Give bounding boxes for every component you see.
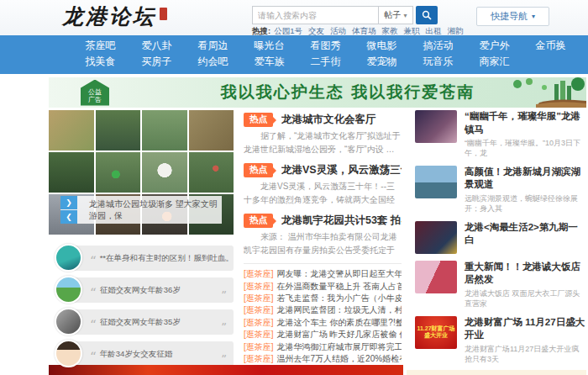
carousel-photo[interactable]	[96, 152, 141, 193]
hot-term[interactable]: 交友	[308, 26, 324, 35]
list-item[interactable]: [逛茶座]龙港这个车主 你的素质在哪里?!整条街被堵	[244, 317, 402, 329]
article-title[interactable]: 龙港凯宇花园共计53套 拍卖公告	[281, 214, 402, 228]
nav-item[interactable]: 找美食	[72, 54, 129, 70]
psa-tag-line1: 公益	[81, 88, 109, 96]
nav-item[interactable]: 看图秀	[297, 38, 354, 54]
summary-text: 据了解，“龙港城市文化客厅”拟选址于龙港世纪新城湿地公园旁，“客厅”内设 …	[244, 131, 401, 154]
list-item[interactable]: “征婚交友网女年龄36岁”	[49, 277, 234, 303]
forum-badge: [逛茶座]	[244, 293, 274, 304]
nav-item[interactable]: 爱宠物	[354, 54, 410, 70]
search-type-select[interactable]: 帖子 ▾	[378, 6, 413, 24]
hot-term[interactable]: 活动	[330, 26, 346, 35]
quote-text: 征婚交友网女年龄35岁	[100, 317, 181, 328]
psa-banner[interactable]: 公益 广告 我以我心护生态 我以我行爱苍南	[49, 77, 586, 108]
site-logo-text: 龙港论坛	[62, 3, 156, 30]
nav-item[interactable]: 商家汇	[466, 54, 522, 70]
hot-term[interactable]: 公园1号	[274, 26, 302, 35]
news-item[interactable]: 龙港<淘最生活2>第九期一白	[415, 221, 586, 254]
bottom-ad-banner[interactable]	[49, 365, 403, 375]
nav-item[interactable]: 爱户外	[466, 38, 522, 54]
forum-badge: [逛茶座]	[244, 281, 274, 293]
avatar	[55, 340, 82, 367]
article-title[interactable]: 龙港城市文化会客厅	[281, 113, 376, 127]
quote-bubble: “年龄34岁女交友征婚”	[68, 341, 234, 367]
nav-item[interactable]: 微电影	[354, 38, 410, 54]
site-logo[interactable]: 龙港论坛	[62, 3, 167, 30]
nav-item[interactable]: 约会吧	[185, 54, 241, 70]
carousel-prev-button[interactable]: ❮	[60, 210, 77, 224]
hot-term[interactable]: 兼职	[403, 26, 419, 35]
news-title: 重大新闻！！龙港诚大饭店居然发	[465, 261, 586, 287]
photo-carousel: 龙港城市公园垃圾渐多 望大家文明游园，保 ❯ ❮	[49, 110, 234, 235]
news-item[interactable]: 高颜值！龙港新城月湖滨湖景观道 远眺滨湖景观道，蜿蜒绿径徐徐展开；身入其	[415, 166, 586, 214]
list-item[interactable]: [逛茶座]网友曝：龙港交警从即日起至大年十五，年终	[244, 268, 402, 280]
search-input[interactable]	[252, 6, 378, 24]
hot-term[interactable]: 家教	[381, 26, 397, 35]
search-button[interactable]	[416, 6, 438, 24]
list-item[interactable]: [逛茶座]龙港网民监督团：垃圾无人清，村民很烦心	[244, 304, 402, 316]
left-column: 龙港城市公园垃圾渐多 望大家文明游园，保 ❯ ❮ “**在单身和有主时的区别！服…	[49, 110, 234, 375]
topic-title: 温州去年7万人结婚，近20%婚检有健康问题	[277, 353, 402, 365]
nav-item[interactable]: 爱八卦	[129, 38, 185, 54]
article-title[interactable]: 龙港VS灵溪，风云激荡三十年！	[281, 163, 402, 177]
carousel-photo[interactable]	[142, 110, 187, 151]
nav-item[interactable]: 曝光台	[241, 38, 297, 54]
quick-nav-button[interactable]: 快捷导航 ▾	[476, 7, 549, 26]
news-item[interactable]: 11.27财富广场 盛大开业 龙港财富广场 11月27日盛大开业 龙港财富广场1…	[415, 316, 586, 365]
list-item[interactable]: [逛茶座]若飞走监督：我为小广告（小牛皮癣）说不	[244, 293, 402, 304]
hot-term[interactable]: 体育场	[352, 26, 376, 35]
topic-title: 龙港这个车主 你的素质在哪里?!整条街被堵	[277, 317, 402, 329]
middle-column: 热点 龙港城市文化会客厅 据了解，“龙港城市文化客厅”拟选址于龙港世纪新城湿地公…	[234, 110, 407, 375]
news-item[interactable]: “幽幽千年，璀璨华服”龙港镇马 “幽幽千年，璀璨华服。”10月3日下午，龙	[415, 110, 586, 159]
carousel-next-button[interactable]: ❯	[60, 196, 77, 209]
news-desc: 龙港诚大饭店 双面尼大衣工厂源头直营家	[465, 288, 586, 309]
logo-seal-icon	[160, 8, 167, 20]
chevron-down-icon: ▾	[532, 13, 535, 20]
carousel-caption[interactable]: 龙港城市公园垃圾渐多 望大家文明游园，保	[60, 196, 222, 224]
list-item[interactable]: “征婚交友网女年龄35岁”	[49, 309, 234, 335]
article-summary: 据了解，“龙港城市文化客厅”拟选址于龙港世纪新城湿地公园旁，“客厅”内设 …[详…	[244, 129, 402, 156]
nav-item[interactable]: 看周边	[185, 38, 241, 54]
thumbnail	[415, 261, 457, 293]
list-item[interactable]: [逛茶座]龙港华鸿御江府城市展厅即将完工	[244, 341, 402, 352]
search-bar: 帖子 ▾	[252, 6, 438, 24]
topic-title: 在外温商数量平稳上升 苍南人占首位	[277, 281, 402, 293]
carousel-photo[interactable]	[49, 110, 94, 151]
nav-item[interactable]: 金币换	[522, 38, 579, 54]
summary-text: 龙港VS灵溪，风云激荡三十年！--三十多年的激烈角逐竞争，铸就两大全国经济特大镇…	[244, 182, 395, 206]
news-title: 龙港<淘最生活2>第九期一白	[465, 221, 586, 247]
quote-text: 征婚交友网女年龄36岁	[100, 285, 181, 296]
list-item[interactable]: [逛茶座]温州去年7万人结婚，近20%婚检有健康问题	[244, 353, 402, 365]
carousel-photo[interactable]	[189, 110, 234, 151]
nav-item[interactable]: 茶座吧	[72, 38, 129, 54]
hot-badge: 热点	[244, 214, 273, 228]
nav-item[interactable]: 买房子	[129, 54, 185, 70]
site-header: 龙港论坛 帖子 ▾ 热搜:公园1号交友活动体育场家教兼职出租湘韵 快捷导航 ▾	[0, 0, 588, 35]
nav-row-1: 茶座吧 爱八卦 看周边 曝光台 看图秀 微电影 搞活动 爱户外 金币换	[72, 38, 586, 54]
quote-bubble: “征婚交友网女年龄36岁”	[68, 277, 234, 303]
carousel-photo[interactable]	[96, 110, 141, 151]
nav-row-2: 找美食 买房子 约会吧 爱车族 二手街 爱宠物 玩音乐 商家汇	[72, 54, 586, 70]
nav-item[interactable]: 爱车族	[241, 54, 297, 70]
carousel-photo[interactable]	[189, 152, 234, 193]
topic-title: 龙港财富广场 昨天好几家店被偷 作案人员像	[277, 329, 402, 341]
quick-nav-label: 快捷导航	[491, 10, 528, 23]
nav-item[interactable]: 二手街	[297, 54, 354, 70]
nav-item[interactable]: 搞活动	[410, 38, 466, 54]
psa-tag: 公益 广告	[81, 80, 109, 106]
list-item[interactable]: “**在单身和有主时的区别！服到吐血。。。”	[49, 246, 234, 271]
news-item[interactable]: 重大新闻！！龙港诚大饭店居然发 龙港诚大饭店 双面尼大衣工厂源头直营家	[415, 261, 586, 309]
carousel-photo[interactable]	[49, 152, 94, 193]
chevron-down-icon: ▾	[403, 12, 407, 19]
thumb-text: 盛大开业	[424, 332, 448, 339]
forum-badge: [逛茶座]	[244, 304, 274, 316]
hot-term[interactable]: 湘韵	[447, 26, 463, 35]
carousel-photo[interactable]	[142, 152, 187, 193]
list-item[interactable]: “年龄34岁女交友征婚”	[49, 341, 234, 367]
news-title: “幽幽千年，璀璨华服”龙港镇马	[465, 110, 586, 136]
hot-term[interactable]: 出租	[425, 26, 441, 35]
list-item[interactable]: [逛茶座]龙港财富广场 昨天好几家店被偷 作案人员像	[244, 329, 402, 341]
nav-item[interactable]: 玩音乐	[410, 54, 466, 70]
list-item[interactable]: [逛茶座]在外温商数量平稳上升 苍南人占首位	[244, 280, 402, 292]
avatar	[55, 244, 82, 272]
